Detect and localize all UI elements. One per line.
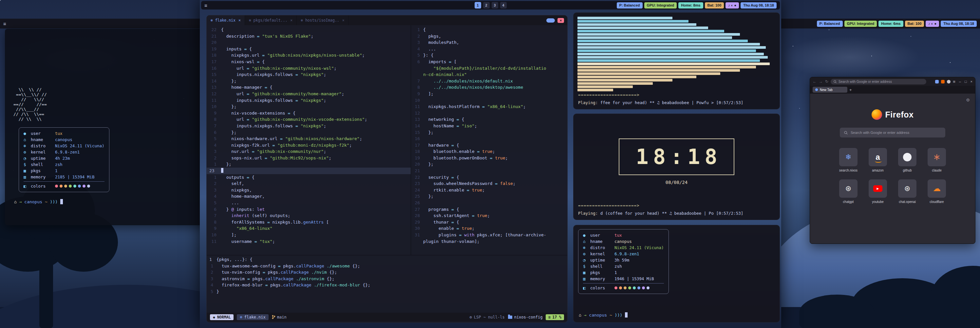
line-number: 27 xyxy=(411,206,423,213)
prompt-part: → xyxy=(584,313,589,317)
workspace-button-2[interactable]: 2 xyxy=(483,2,490,8)
tab-close-icon[interactable]: × xyxy=(342,18,345,22)
datetime-chip[interactable]: Thu Aug 08, 18:18 xyxy=(741,2,776,8)
shell-prompt[interactable]: ⌂ → canopus ~ ))) xyxy=(14,199,216,204)
extension-icon[interactable] xyxy=(935,80,939,84)
power-profile-chip[interactable]: P: Balanced xyxy=(817,21,843,27)
shell-prompt[interactable]: ⌂ → canopus ~ ))) xyxy=(579,312,628,317)
folder-icon xyxy=(508,315,512,319)
pane-separator[interactable] xyxy=(207,255,567,255)
menu-icon[interactable]: ≡ xyxy=(204,3,207,8)
code-text: nixpkgs, xyxy=(221,187,252,193)
fetch-value: tux xyxy=(614,233,622,238)
workspace-button-4[interactable]: 4 xyxy=(500,2,507,8)
line-number: 19 xyxy=(411,155,423,162)
code-line: 4 ... xyxy=(411,46,568,52)
line-number: 4 xyxy=(207,193,221,200)
code-text: astronvim = pkgs.callPackage ./astronvim… xyxy=(216,276,334,282)
line-number: 3 xyxy=(207,187,221,193)
fetch-value: NixOS 24.11 (Vicuna) xyxy=(614,245,664,250)
fetch-label: distro xyxy=(31,143,55,148)
distro-icon: ❄ xyxy=(583,245,590,250)
nix-file-icon: ❄ xyxy=(211,18,213,22)
code-text: {pkgs, ...}: { xyxy=(216,256,253,263)
shortcut-cloudflare[interactable]: ☁cloudflare xyxy=(928,179,946,204)
code-text: inputs.nixpkgs.follows = "nixpkgs"; xyxy=(221,97,326,104)
shortcut-chatgpt[interactable]: ⊛chatgpt xyxy=(839,179,858,204)
code-line: 9 "x86_64-linux" xyxy=(207,225,411,232)
newtab-search-bar[interactable]: Search with Google or enter address xyxy=(840,128,945,138)
pane-separator[interactable] xyxy=(411,25,411,255)
editor-tab-hosts-isoImag-[interactable]: ❄hosts/isoImag..× xyxy=(297,15,348,25)
tab-controls: × xyxy=(546,15,567,25)
systray-icons-chip[interactable]: ♪ ◐ ● xyxy=(725,2,739,8)
network-latency-chip[interactable]: Home: 6ms xyxy=(878,21,903,27)
code-text: inputs.nixpkgs.follows = "nixpkgs"; xyxy=(221,71,326,78)
pane-toggle-button[interactable] xyxy=(546,18,555,22)
close-button[interactable]: × xyxy=(970,79,972,84)
new-tab-button[interactable]: + xyxy=(849,87,852,92)
openai-icon: ⊛ xyxy=(845,184,851,193)
code-line: 12 xyxy=(411,110,568,117)
shortcut-amazon[interactable]: aamazon xyxy=(869,148,887,172)
line-number xyxy=(411,65,423,72)
line-number: 3 xyxy=(207,148,221,155)
url-bar[interactable]: Search with Google or enter address xyxy=(830,79,926,84)
battery-chip[interactable]: Bat: 100 xyxy=(905,21,924,27)
forward-icon[interactable]: → xyxy=(819,79,823,84)
editor-pane-flake[interactable]: 22{21 description = "tux's NixOS Flake";… xyxy=(207,27,411,256)
gpu-chip[interactable]: GPU: Integrated xyxy=(845,21,877,27)
menu-icon[interactable]: ≡ xyxy=(953,79,955,84)
line-number: 8 xyxy=(207,116,221,123)
workspace-button-3[interactable]: 3 xyxy=(492,2,498,8)
line-number: 15 xyxy=(411,129,423,136)
line-number: 9 xyxy=(207,110,221,117)
tab-new-tab[interactable]: New Tab xyxy=(813,87,847,93)
shortcut-chat-openai[interactable]: ⊛chat.openai xyxy=(898,179,916,204)
shortcut-claude[interactable]: ∗claude xyxy=(928,148,946,172)
line-number: 21 xyxy=(411,168,423,174)
code-text: { xyxy=(423,27,426,33)
shortcut-search-nixos[interactable]: ❄search.nixos xyxy=(839,148,858,172)
workspace-button-1[interactable]: 1 xyxy=(475,2,481,8)
cava-bar xyxy=(578,23,696,26)
fetch-row-colors: ◧colors xyxy=(24,183,105,189)
personalize-gear-icon[interactable]: ⚙ xyxy=(966,98,970,103)
editor-pane-iso[interactable]: 1{2 pkgs,3 modulesPath,4 ...5}: {6 impor… xyxy=(411,27,568,256)
back-icon[interactable]: ← xyxy=(813,79,816,84)
power-profile-chip[interactable]: P: Balanced xyxy=(617,2,643,8)
maximize-button[interactable]: □ xyxy=(965,79,967,84)
menu-icon[interactable]: ≡ xyxy=(3,21,6,27)
code-text: url = "github:nix-community/nix-vscode-e… xyxy=(221,116,367,123)
extension-icon[interactable] xyxy=(941,80,945,84)
cava-widget: =====================> Playing: ffee for… xyxy=(573,13,780,109)
kernel-icon: ⚙ xyxy=(583,251,590,256)
editor-tab-pkgs-default-[interactable]: ❄pkgs/default...× xyxy=(245,15,297,25)
line-number: 13 xyxy=(411,116,423,123)
firefox-new-tab-page: ⚙ Firefox Search with Google or enter ad… xyxy=(810,93,975,244)
systray-icons-chip[interactable]: ♪ ◐ ● xyxy=(926,21,939,27)
code-line: 7 inputs.nixpkgs.follows = "nixpkgs"; xyxy=(207,123,411,129)
fetch-value: zsh xyxy=(614,264,622,269)
minimize-button[interactable]: – xyxy=(959,79,961,84)
battery-chip[interactable]: Bat: 100 xyxy=(705,2,724,8)
cloudflare-icon: ☁ xyxy=(933,184,941,193)
cava-bar xyxy=(578,66,756,68)
window-close-button[interactable]: × xyxy=(557,18,564,23)
mode-icon: ◆ xyxy=(213,315,215,320)
shortcut-github[interactable]: github xyxy=(898,148,916,172)
editor-tab-flake-nix[interactable]: ❄flake.nix× xyxy=(207,15,245,25)
network-latency-chip[interactable]: Home: 8ms xyxy=(678,2,703,8)
refresh-icon[interactable]: ↻ xyxy=(825,79,828,84)
tab-close-icon[interactable]: × xyxy=(239,18,241,22)
extension-icon[interactable] xyxy=(947,80,951,84)
tab-close-icon[interactable]: × xyxy=(290,18,293,22)
code-line: 3 modulesPath, xyxy=(411,39,568,46)
git-branch[interactable]: main xyxy=(272,315,286,320)
editor-pane-default[interactable]: 1{pkgs, ...}: {1 tux-awesome-wm-config =… xyxy=(207,256,568,295)
gpu-chip[interactable]: GPU: Integrated xyxy=(644,2,677,8)
datetime-chip[interactable]: Thu Aug 08, 18:18 xyxy=(941,21,977,27)
shortcut-youtube[interactable]: ▶youtube xyxy=(869,179,887,204)
code-line: 1 tux-awesome-wm-config = pkgs.callPacka… xyxy=(207,263,568,269)
color-dot xyxy=(87,185,90,188)
